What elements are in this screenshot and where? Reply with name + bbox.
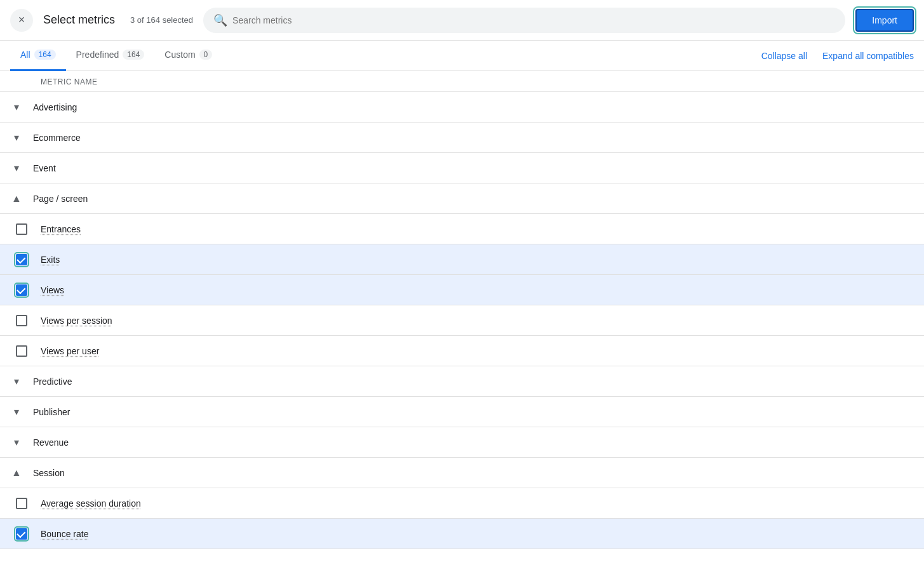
tab-custom-badge: 0 (199, 50, 213, 60)
chevron-icon: ▾ (10, 375, 23, 387)
metric-label: Bounce rate (41, 529, 89, 539)
tab-all-label: All (20, 50, 30, 60)
import-button[interactable]: Import (855, 9, 914, 32)
chevron-icon: ▲ (10, 467, 23, 479)
chevron-icon: ▲ (10, 193, 23, 204)
metric-checkbox[interactable] (16, 498, 27, 509)
group-row[interactable]: ▾Ecommerce (0, 123, 924, 153)
chevron-icon: ▾ (10, 436, 23, 448)
metric-label: Views per session (41, 316, 112, 326)
checkbox-wrap (10, 223, 33, 235)
group-row[interactable]: ▲Page / screen (0, 183, 924, 214)
group-label: Session (33, 468, 65, 478)
group-row[interactable]: ▾Revenue (0, 427, 924, 458)
header: × Select metrics 3 of 164 selected 🔍 Imp… (0, 0, 924, 41)
metric-checkbox[interactable] (16, 223, 27, 235)
tab-custom-label: Custom (164, 50, 195, 60)
group-label: Ecommerce (33, 133, 81, 143)
checkbox-wrap (10, 498, 33, 509)
collapse-all-button[interactable]: Collapse all (761, 51, 807, 61)
checkbox-wrap (10, 284, 33, 296)
selection-count: 3 of 164 selected (130, 15, 193, 25)
checkbox-wrap (10, 528, 33, 540)
tabs-actions: Collapse all Expand all compatibles (761, 51, 914, 61)
search-box: 🔍 (203, 8, 845, 33)
metric-label: Exits (41, 255, 60, 265)
metric-label: Views per user (41, 346, 99, 356)
tabs-bar: All 164 Predefined 164 Custom 0 Collapse… (0, 41, 924, 71)
checkbox-wrap (10, 315, 33, 326)
chevron-icon: ▾ (10, 162, 23, 174)
group-label: Page / screen (33, 194, 88, 204)
chevron-icon: ▾ (10, 131, 23, 143)
checkbox-wrap (10, 345, 33, 357)
metrics-list: ▾Advertising▾Ecommerce▾Event▲Page / scre… (0, 92, 924, 549)
expand-all-button[interactable]: Expand all compatibles (822, 51, 914, 61)
search-icon: 🔍 (213, 13, 227, 27)
table-header: Metric name (0, 71, 924, 92)
metric-checkbox[interactable] (16, 528, 27, 540)
group-row[interactable]: ▲Session (0, 458, 924, 488)
group-label: Predictive (33, 376, 72, 387)
group-label: Event (33, 163, 56, 173)
group-row[interactable]: ▾Publisher (0, 397, 924, 427)
group-label: Advertising (33, 102, 77, 112)
metric-checkbox[interactable] (16, 254, 27, 265)
tab-custom[interactable]: Custom 0 (154, 41, 222, 71)
metric-row[interactable]: Views per session (0, 305, 924, 336)
metric-row[interactable]: Average session duration (0, 488, 924, 519)
search-input[interactable] (232, 15, 835, 25)
group-row[interactable]: ▾Advertising (0, 92, 924, 123)
metric-checkbox[interactable] (16, 284, 27, 296)
metric-label: Average session duration (41, 498, 141, 509)
group-row[interactable]: ▾Predictive (0, 366, 924, 397)
dialog-title: Select metrics (43, 13, 115, 27)
group-label: Revenue (33, 437, 69, 448)
metric-label: Entrances (41, 224, 81, 234)
tab-all-badge: 164 (34, 50, 56, 60)
checkbox-wrap (10, 254, 33, 265)
tab-predefined-label: Predefined (76, 50, 119, 60)
close-button[interactable]: × (10, 9, 33, 32)
metric-row[interactable]: Bounce rate (0, 519, 924, 549)
tab-predefined[interactable]: Predefined 164 (66, 41, 155, 71)
metric-row[interactable]: Views per user (0, 336, 924, 366)
metric-checkbox[interactable] (16, 315, 27, 326)
tabs-left: All 164 Predefined 164 Custom 0 (10, 41, 761, 71)
metric-row[interactable]: Exits (0, 244, 924, 275)
column-metric-name: Metric name (41, 77, 98, 86)
group-label: Publisher (33, 407, 70, 417)
close-icon: × (18, 13, 25, 27)
tab-all[interactable]: All 164 (10, 41, 66, 71)
chevron-icon: ▾ (10, 101, 23, 113)
chevron-icon: ▾ (10, 406, 23, 418)
metric-row[interactable]: Views (0, 275, 924, 305)
metric-label: Views (41, 285, 64, 295)
group-row[interactable]: ▾Event (0, 153, 924, 183)
tab-predefined-badge: 164 (123, 50, 144, 60)
metric-row[interactable]: Entrances (0, 214, 924, 244)
metric-checkbox[interactable] (16, 345, 27, 357)
